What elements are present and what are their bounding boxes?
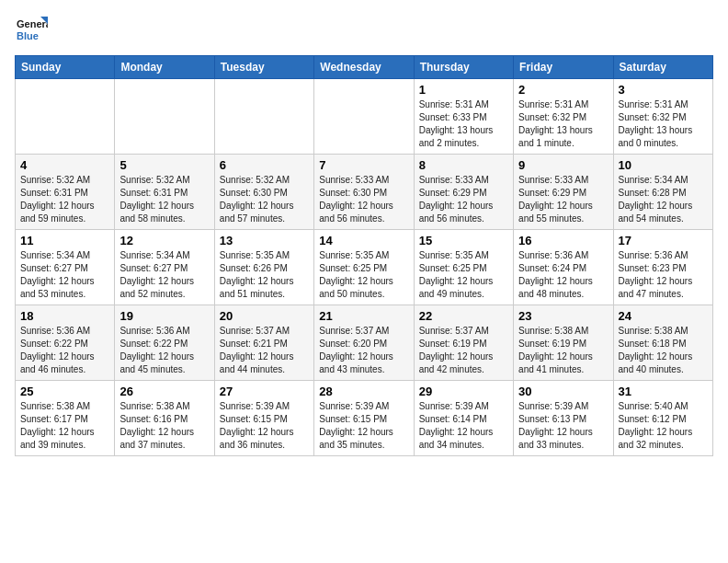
calendar-cell: 25Sunrise: 5:38 AM Sunset: 6:17 PM Dayli… — [16, 381, 115, 456]
day-number: 23 — [518, 309, 608, 323]
header-saturday: Saturday — [613, 56, 712, 79]
calendar-cell: 30Sunrise: 5:39 AM Sunset: 6:13 PM Dayli… — [514, 381, 613, 456]
day-number: 14 — [319, 234, 408, 247]
calendar-table: SundayMondayTuesdayWednesdayThursdayFrid… — [15, 55, 713, 456]
day-info: Sunrise: 5:33 AM Sunset: 6:29 PM Dayligh… — [419, 174, 508, 225]
day-number: 9 — [518, 158, 608, 172]
header-tuesday: Tuesday — [214, 56, 313, 79]
calendar-cell: 4Sunrise: 5:32 AM Sunset: 6:31 PM Daylig… — [16, 155, 115, 230]
calendar-cell: 5Sunrise: 5:32 AM Sunset: 6:31 PM Daylig… — [115, 155, 214, 230]
calendar-cell: 3Sunrise: 5:31 AM Sunset: 6:32 PM Daylig… — [613, 79, 712, 155]
day-info: Sunrise: 5:39 AM Sunset: 6:15 PM Dayligh… — [220, 400, 309, 452]
calendar-cell: 10Sunrise: 5:34 AM Sunset: 6:28 PM Dayli… — [613, 155, 712, 230]
calendar-cell: 29Sunrise: 5:39 AM Sunset: 6:14 PM Dayli… — [414, 381, 513, 456]
day-info: Sunrise: 5:34 AM Sunset: 6:28 PM Dayligh… — [619, 174, 708, 225]
day-info: Sunrise: 5:31 AM Sunset: 6:33 PM Dayligh… — [419, 98, 508, 150]
day-info: Sunrise: 5:35 AM Sunset: 6:25 PM Dayligh… — [419, 249, 508, 301]
day-number: 30 — [518, 385, 608, 398]
day-info: Sunrise: 5:34 AM Sunset: 6:27 PM Dayligh… — [20, 249, 109, 301]
day-info: Sunrise: 5:34 AM Sunset: 6:27 PM Dayligh… — [119, 249, 209, 301]
day-info: Sunrise: 5:39 AM Sunset: 6:14 PM Dayligh… — [419, 400, 508, 452]
day-number: 17 — [619, 234, 708, 247]
day-number: 2 — [518, 83, 608, 97]
page-header: General Blue — [15, 15, 713, 48]
header-friday: Friday — [514, 56, 613, 79]
calendar-week-1: 1Sunrise: 5:31 AM Sunset: 6:33 PM Daylig… — [16, 79, 713, 155]
day-number: 4 — [20, 158, 109, 172]
calendar-cell: 6Sunrise: 5:32 AM Sunset: 6:30 PM Daylig… — [214, 155, 313, 230]
day-info: Sunrise: 5:39 AM Sunset: 6:15 PM Dayligh… — [319, 400, 408, 452]
calendar-cell: 12Sunrise: 5:34 AM Sunset: 6:27 PM Dayli… — [115, 230, 214, 305]
day-info: Sunrise: 5:38 AM Sunset: 6:16 PM Dayligh… — [119, 400, 209, 452]
day-info: Sunrise: 5:33 AM Sunset: 6:29 PM Dayligh… — [518, 174, 608, 225]
day-info: Sunrise: 5:36 AM Sunset: 6:24 PM Dayligh… — [518, 249, 608, 301]
day-info: Sunrise: 5:37 AM Sunset: 6:20 PM Dayligh… — [319, 325, 408, 376]
day-info: Sunrise: 5:32 AM Sunset: 6:31 PM Dayligh… — [119, 174, 209, 225]
header-monday: Monday — [115, 56, 214, 79]
day-info: Sunrise: 5:31 AM Sunset: 6:32 PM Dayligh… — [518, 98, 608, 150]
calendar-week-2: 4Sunrise: 5:32 AM Sunset: 6:31 PM Daylig… — [16, 155, 713, 230]
day-number: 13 — [220, 234, 309, 247]
calendar-cell: 28Sunrise: 5:39 AM Sunset: 6:15 PM Dayli… — [314, 381, 414, 456]
calendar-cell: 19Sunrise: 5:36 AM Sunset: 6:22 PM Dayli… — [115, 305, 214, 381]
calendar-cell: 2Sunrise: 5:31 AM Sunset: 6:32 PM Daylig… — [514, 79, 613, 155]
logo-svg: General Blue — [15, 15, 48, 48]
header-sunday: Sunday — [16, 56, 115, 79]
day-number: 10 — [619, 158, 708, 172]
day-number: 26 — [119, 385, 209, 398]
day-number: 6 — [220, 158, 309, 172]
calendar-cell: 31Sunrise: 5:40 AM Sunset: 6:12 PM Dayli… — [613, 381, 712, 456]
calendar-cell: 22Sunrise: 5:37 AM Sunset: 6:19 PM Dayli… — [414, 305, 513, 381]
day-number: 1 — [419, 83, 508, 97]
calendar-cell: 11Sunrise: 5:34 AM Sunset: 6:27 PM Dayli… — [16, 230, 115, 305]
calendar-cell: 7Sunrise: 5:33 AM Sunset: 6:30 PM Daylig… — [314, 155, 414, 230]
day-info: Sunrise: 5:35 AM Sunset: 6:25 PM Dayligh… — [319, 249, 408, 301]
day-info: Sunrise: 5:37 AM Sunset: 6:21 PM Dayligh… — [220, 325, 309, 376]
day-info: Sunrise: 5:38 AM Sunset: 6:18 PM Dayligh… — [619, 325, 708, 376]
calendar-cell: 20Sunrise: 5:37 AM Sunset: 6:21 PM Dayli… — [214, 305, 313, 381]
day-info: Sunrise: 5:39 AM Sunset: 6:13 PM Dayligh… — [518, 400, 608, 452]
day-info: Sunrise: 5:37 AM Sunset: 6:19 PM Dayligh… — [419, 325, 508, 376]
day-number: 25 — [20, 385, 109, 398]
day-number: 11 — [20, 234, 109, 247]
calendar-cell: 16Sunrise: 5:36 AM Sunset: 6:24 PM Dayli… — [514, 230, 613, 305]
day-number: 27 — [220, 385, 309, 398]
svg-text:Blue: Blue — [17, 30, 39, 41]
day-number: 24 — [619, 309, 708, 323]
day-number: 18 — [20, 309, 109, 323]
day-number: 15 — [419, 234, 508, 247]
header-thursday: Thursday — [414, 56, 513, 79]
calendar-cell: 18Sunrise: 5:36 AM Sunset: 6:22 PM Dayli… — [16, 305, 115, 381]
day-number: 28 — [319, 385, 408, 398]
svg-text:General: General — [17, 18, 48, 29]
day-number: 12 — [119, 234, 209, 247]
calendar-cell — [214, 79, 313, 155]
calendar-cell — [115, 79, 214, 155]
calendar-cell: 8Sunrise: 5:33 AM Sunset: 6:29 PM Daylig… — [414, 155, 513, 230]
calendar-cell: 24Sunrise: 5:38 AM Sunset: 6:18 PM Dayli… — [613, 305, 712, 381]
calendar-cell: 26Sunrise: 5:38 AM Sunset: 6:16 PM Dayli… — [115, 381, 214, 456]
header-wednesday: Wednesday — [314, 56, 414, 79]
day-info: Sunrise: 5:38 AM Sunset: 6:19 PM Dayligh… — [518, 325, 608, 376]
day-info: Sunrise: 5:32 AM Sunset: 6:30 PM Dayligh… — [220, 174, 309, 225]
day-info: Sunrise: 5:35 AM Sunset: 6:26 PM Dayligh… — [220, 249, 309, 301]
calendar-cell: 17Sunrise: 5:36 AM Sunset: 6:23 PM Dayli… — [613, 230, 712, 305]
day-info: Sunrise: 5:31 AM Sunset: 6:32 PM Dayligh… — [619, 98, 708, 150]
day-number: 29 — [419, 385, 508, 398]
day-number: 5 — [119, 158, 209, 172]
day-number: 16 — [518, 234, 608, 247]
day-number: 20 — [220, 309, 309, 323]
day-info: Sunrise: 5:33 AM Sunset: 6:30 PM Dayligh… — [319, 174, 408, 225]
calendar-cell: 14Sunrise: 5:35 AM Sunset: 6:25 PM Dayli… — [314, 230, 414, 305]
calendar-header-row: SundayMondayTuesdayWednesdayThursdayFrid… — [16, 56, 713, 79]
day-info: Sunrise: 5:36 AM Sunset: 6:23 PM Dayligh… — [619, 249, 708, 301]
calendar-cell: 27Sunrise: 5:39 AM Sunset: 6:15 PM Dayli… — [214, 381, 313, 456]
calendar-week-3: 11Sunrise: 5:34 AM Sunset: 6:27 PM Dayli… — [16, 230, 713, 305]
calendar-cell — [314, 79, 414, 155]
calendar-cell: 1Sunrise: 5:31 AM Sunset: 6:33 PM Daylig… — [414, 79, 513, 155]
calendar-week-5: 25Sunrise: 5:38 AM Sunset: 6:17 PM Dayli… — [16, 381, 713, 456]
calendar-cell: 9Sunrise: 5:33 AM Sunset: 6:29 PM Daylig… — [514, 155, 613, 230]
calendar-cell — [16, 79, 115, 155]
day-info: Sunrise: 5:32 AM Sunset: 6:31 PM Dayligh… — [20, 174, 109, 225]
day-info: Sunrise: 5:36 AM Sunset: 6:22 PM Dayligh… — [20, 325, 109, 376]
